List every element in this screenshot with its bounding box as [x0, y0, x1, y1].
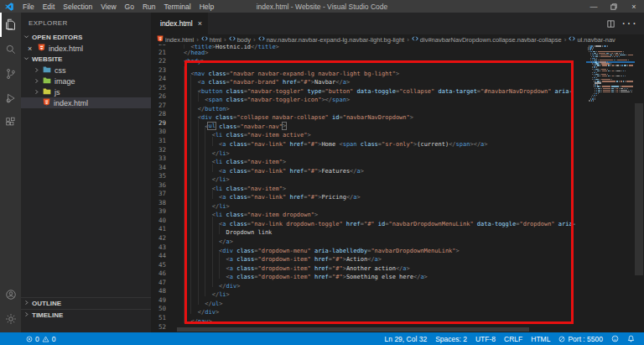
- problems-indicator[interactable]: 0 0: [22, 335, 60, 343]
- symbol-element-icon: [569, 35, 575, 44]
- code-region[interactable]: 20<title>Hostnic.id</title>21</head>22<b…: [151, 44, 644, 332]
- indent-guide: [184, 164, 190, 173]
- code-line[interactable]: 22<body>: [151, 57, 588, 66]
- indent-guide: [184, 305, 190, 314]
- language-mode[interactable]: HTML: [527, 335, 554, 343]
- indent-guide: [190, 199, 197, 208]
- code-line[interactable]: 28<div class="collapse navbar-collapse" …: [151, 110, 588, 119]
- indent-guide: [205, 172, 211, 181]
- indent-guide: [184, 84, 190, 93]
- menu-go[interactable]: Go: [121, 3, 138, 11]
- code-line[interactable]: 40<a class="nav-link dropdown-toggle" hr…: [151, 217, 588, 226]
- split-editor-icon[interactable]: [607, 16, 615, 31]
- indent-guide: [198, 172, 205, 181]
- menu-edit[interactable]: Edit: [39, 3, 60, 11]
- close-window-button[interactable]: ×: [624, 0, 644, 13]
- vertical-scrollbar[interactable]: [635, 103, 643, 275]
- code-line[interactable]: 43<div class="dropdown-menu" aria-labell…: [151, 243, 588, 253]
- open-editor-item[interactable]: ×index.html: [21, 43, 151, 54]
- line-number: 45: [151, 261, 166, 270]
- tree-item-js[interactable]: js: [21, 86, 151, 97]
- code-line[interactable]: 38</li>: [151, 199, 588, 208]
- activity-account[interactable]: [0, 282, 21, 306]
- live-server-port[interactable]: Port : 5500: [554, 335, 607, 343]
- code-line[interactable]: 36<li class="nav-item">: [151, 181, 588, 191]
- breadcrumb-item[interactable]: body: [229, 35, 251, 44]
- activity-extensions[interactable]: [0, 110, 21, 134]
- line-number: 38: [151, 199, 166, 208]
- menu-file[interactable]: File: [18, 3, 39, 11]
- code-line[interactable]: 35</li>: [151, 172, 588, 181]
- breadcrumb-item[interactable]: div#navbarNavDropdown.collapse.navbar-co…: [412, 35, 562, 44]
- notifications-bell-icon[interactable]: [623, 335, 639, 342]
- code-line[interactable]: 45<a class="dropdown-item" href="#">Anot…: [151, 261, 588, 270]
- indentation-indicator[interactable]: Spaces: 2: [431, 335, 471, 343]
- indent-guide: [190, 172, 197, 181]
- indent-guide: [184, 75, 190, 84]
- tab-index-html[interactable]: index.html ×: [151, 13, 208, 34]
- indent-guide: [198, 269, 205, 279]
- close-tab-icon[interactable]: ×: [198, 19, 202, 28]
- minimap[interactable]: [588, 45, 633, 103]
- menu-selection[interactable]: Selection: [59, 3, 96, 11]
- code-line[interactable]: 50</div>: [151, 305, 588, 314]
- menu-view[interactable]: View: [96, 3, 120, 11]
- breadcrumb-item[interactable]: index.html: [157, 35, 194, 44]
- line-number: 47: [151, 279, 166, 288]
- panel-outline[interactable]: OUTLINE: [21, 297, 151, 309]
- code-line[interactable]: 49</ul>: [151, 296, 588, 306]
- breadcrumb-item[interactable]: html: [201, 35, 221, 44]
- code-line[interactable]: 44<a class="dropdown-item" href="#">Acti…: [151, 252, 588, 261]
- feedback-icon[interactable]: [607, 335, 623, 342]
- tree-item-css[interactable]: css: [21, 65, 151, 76]
- activity-settings[interactable]: [0, 306, 21, 331]
- code-line[interactable]: 27</button>: [151, 102, 588, 111]
- breadcrumb-item[interactable]: ul.navbar-nav: [569, 35, 615, 44]
- activity-run-and-debug[interactable]: [0, 86, 21, 110]
- indent-guide: [184, 154, 190, 164]
- minimize-button[interactable]: —: [584, 0, 604, 13]
- tree-item-image[interactable]: image: [21, 76, 151, 86]
- indent-guide: [212, 243, 219, 253]
- breadcrumb-item[interactable]: nav.navbar.navbar-expand-lg.navbar-light…: [258, 35, 405, 44]
- line-number: 21: [151, 49, 166, 58]
- code-line[interactable]: 37<a class="nav-link" href="#">Pricing</…: [151, 190, 588, 199]
- eol-indicator[interactable]: CRLF: [500, 335, 527, 343]
- more-actions-icon[interactable]: ···: [621, 16, 637, 31]
- open-editors-header[interactable]: OPEN EDITORS: [21, 32, 151, 43]
- horizontal-scrollbar[interactable]: [177, 327, 529, 332]
- code-line[interactable]: 46<a class="dropdown-item" href="#">Some…: [151, 269, 588, 279]
- menu-terminal[interactable]: Terminal: [160, 3, 195, 11]
- encoding-indicator[interactable]: UTF-8: [471, 335, 500, 343]
- menu-run[interactable]: Run: [138, 3, 160, 11]
- indent-guide: [198, 137, 205, 146]
- code-line[interactable]: 48</li>: [151, 287, 588, 296]
- code-line[interactable]: 42</a>: [151, 234, 588, 243]
- cursor-position[interactable]: Ln 29, Col 32: [381, 335, 432, 343]
- tree-item-index-html[interactable]: index.html: [21, 97, 151, 108]
- gear-icon: [5, 313, 17, 325]
- restore-button[interactable]: [604, 0, 624, 13]
- workspace-header[interactable]: WEBSITE: [21, 54, 151, 65]
- code-line[interactable]: 25<button class="navbar-toggler" type="b…: [151, 84, 588, 93]
- code-line[interactable]: 34<a class="nav-link" href="#">Features<…: [151, 164, 588, 173]
- indent-guide: [205, 279, 211, 288]
- tab-bar: index.html × ···: [151, 13, 644, 34]
- indent-guide: [184, 102, 190, 111]
- branch-icon: [5, 68, 17, 80]
- code-line[interactable]: 31<a class="nav-link" href="#">Home <spa…: [151, 137, 588, 146]
- indent-guide: [184, 252, 190, 261]
- close-editor-icon[interactable]: ×: [28, 44, 34, 53]
- activity-explorer[interactable]: [0, 13, 21, 37]
- code-line[interactable]: 23<nav class="navbar navbar-expand-lg na…: [151, 66, 588, 76]
- menu-help[interactable]: Help: [195, 3, 218, 11]
- code-line[interactable]: 33<li class="nav-item">: [151, 154, 588, 164]
- indent-guide: [190, 119, 197, 128]
- line-number: 43: [151, 243, 166, 253]
- code-line[interactable]: 39<li class="nav-item dropdown">: [151, 207, 588, 217]
- activity-source-control[interactable]: [0, 61, 21, 86]
- activity-search[interactable]: [0, 37, 21, 61]
- panel-timeline[interactable]: TIMELINE: [21, 309, 151, 321]
- code-line[interactable]: 30<li class="nav-item active">: [151, 128, 588, 137]
- indent-guide: [184, 172, 190, 181]
